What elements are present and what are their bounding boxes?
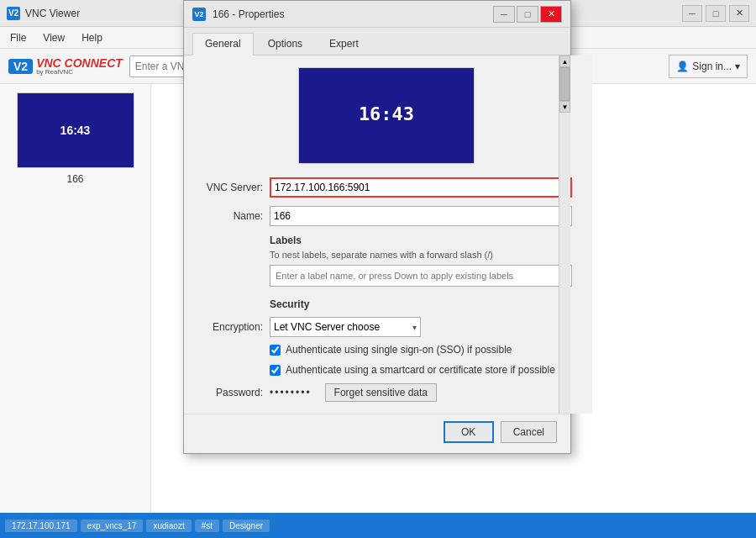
dialog-overlay: V2 166 - Properties ─ □ ✕ General Option… — [0, 0, 756, 538]
tab-expert[interactable]: Expert — [317, 33, 371, 55]
dialog-close-btn[interactable]: ✕ — [540, 6, 562, 23]
encryption-row: Encryption: Let VNC Server choose ▾ — [201, 317, 572, 337]
encryption-dropdown-icon: ▾ — [412, 323, 417, 332]
smartcard-checkbox-row: Authenticate using a smartcard or certif… — [201, 364, 572, 377]
dialog-app-icon: V2 — [192, 8, 206, 21]
preview-image: 16:43 — [298, 67, 475, 164]
vnc-server-input[interactable] — [270, 177, 572, 198]
labels-section: Labels To nest labels, separate names wi… — [201, 235, 572, 287]
smartcard-checkbox[interactable] — [270, 365, 281, 376]
dialog-maximize-btn[interactable]: □ — [517, 6, 538, 23]
security-section: Security Encryption: Let VNC Server choo… — [201, 298, 572, 402]
dialog-footer: OK Cancel — [184, 414, 570, 453]
smartcard-label: Authenticate using a smartcard or certif… — [286, 364, 555, 377]
labels-hint: To nest labels, separate names with a fo… — [201, 250, 572, 260]
properties-dialog: V2 166 - Properties ─ □ ✕ General Option… — [183, 0, 571, 454]
password-dots: •••••••• — [270, 387, 312, 398]
dialog-scrollbar[interactable]: ▲ ▼ — [559, 55, 570, 414]
password-label: Password: — [201, 387, 270, 398]
vnc-server-label: VNC Server: — [201, 182, 270, 193]
dialog-titlebar: V2 166 - Properties ─ □ ✕ — [184, 1, 570, 28]
sso-checkbox[interactable] — [270, 345, 281, 356]
forget-button[interactable]: Forget sensitive data — [325, 383, 437, 402]
name-input[interactable] — [270, 206, 572, 226]
preview-container: 16:43 — [201, 67, 572, 164]
label-input[interactable] — [270, 265, 572, 287]
dialog-minimize-btn[interactable]: ─ — [493, 6, 515, 23]
tab-options[interactable]: Options — [255, 33, 315, 55]
dialog-body: 16:43 VNC Server: Name: Labels — [184, 55, 592, 414]
scrollbar-thumb[interactable] — [559, 67, 570, 101]
encryption-select[interactable]: Let VNC Server choose ▾ — [270, 317, 421, 337]
tab-general[interactable]: General — [192, 33, 254, 55]
dialog-controls: ─ □ ✕ — [493, 6, 562, 23]
name-row: Name: — [201, 206, 572, 226]
name-label: Name: — [201, 210, 270, 222]
dialog-tabs: General Options Expert — [184, 28, 570, 55]
cancel-button[interactable]: Cancel — [501, 421, 557, 443]
scrollbar-down-arrow[interactable]: ▼ — [559, 101, 570, 113]
scrollbar-up-arrow[interactable]: ▲ — [559, 55, 570, 67]
encryption-label: Encryption: — [201, 321, 270, 333]
dialog-body-wrapper: 16:43 VNC Server: Name: Labels — [184, 55, 570, 414]
password-row: Password: •••••••• Forget sensitive data — [201, 383, 572, 402]
security-header: Security — [201, 298, 572, 310]
ok-button[interactable]: OK — [444, 421, 494, 443]
dialog-title: 166 - Properties — [213, 8, 493, 20]
sso-label: Authenticate using single sign-on (SSO) … — [286, 344, 512, 357]
sso-checkbox-row: Authenticate using single sign-on (SSO) … — [201, 344, 572, 357]
labels-header: Labels — [201, 235, 572, 246]
vnc-server-row: VNC Server: — [201, 177, 572, 198]
